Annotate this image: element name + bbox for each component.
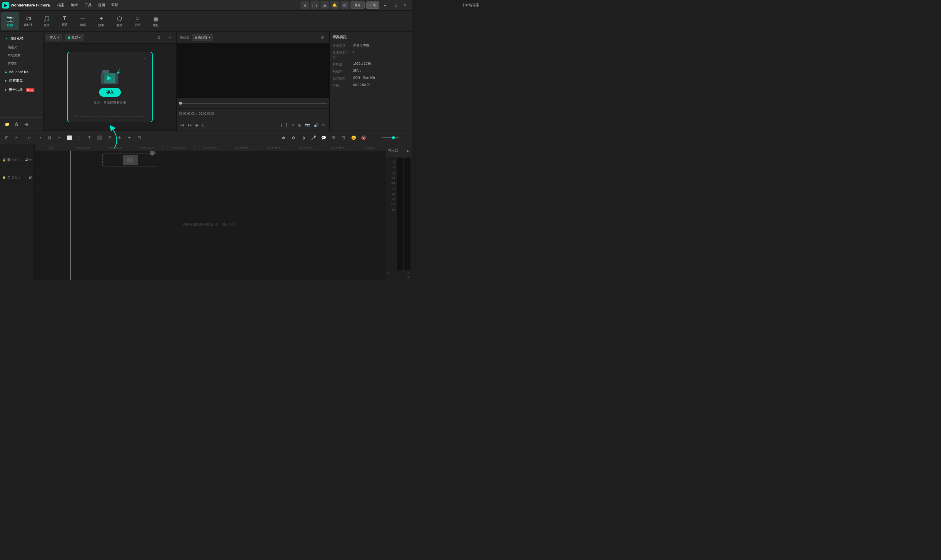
toolbar-title[interactable]: T 標題 <box>56 12 74 30</box>
video-visibility-button[interactable]: 👁 <box>29 158 32 162</box>
record-button[interactable]: 錄製 ▾ <box>65 34 84 41</box>
frame-back-button[interactable]: ⏭ <box>187 122 192 128</box>
separator-2 <box>146 134 146 141</box>
sidebar-project-materials[interactable]: ▼ 項目素材 <box>2 34 42 43</box>
toolbar-effect[interactable]: ✦ 效果 <box>92 12 110 30</box>
import-button[interactable]: 導入 ▾ <box>46 34 62 41</box>
clip-color-button[interactable]: ⬛ <box>95 133 104 142</box>
toolbar-audio[interactable]: 🎵 音頻 <box>38 12 55 30</box>
cloud-icon[interactable]: ☁ <box>321 1 329 9</box>
beauty-button[interactable]: ✿ <box>289 133 298 142</box>
track-label-video: 🔒 🎬 影片 1 🔊 👁 <box>0 151 34 169</box>
collapse-button[interactable]: ◀ <box>22 120 30 128</box>
thumbnail-placeholder <box>127 158 133 162</box>
transform-button[interactable]: ⬚ <box>75 133 84 142</box>
undo-button[interactable]: ↩ <box>25 133 34 142</box>
sticker-button-tl[interactable]: 😊 <box>349 133 358 142</box>
quality-label: 最高品質 <box>194 35 207 40</box>
play-button[interactable]: ▶ <box>195 122 199 128</box>
lower-area: ⊞ ✂ ↩ ↪ 🗑 ✂ ⬜ ⬚ T ⬛ ⏱ ❄ ✦ ⊟ ⏺ ✿ ◑ 🎤 <box>0 131 412 280</box>
menu-edit[interactable]: 編輯 <box>68 2 81 9</box>
video-mute-button[interactable]: 🔊 <box>25 158 29 162</box>
folder-add-button[interactable]: 📁 <box>3 120 11 128</box>
preview-area <box>177 43 329 98</box>
sidebar-bottom: 📁 🗑 ◀ <box>0 117 43 131</box>
close-button[interactable]: × <box>401 1 409 9</box>
folder-remove-button[interactable]: 🗑 <box>12 120 21 128</box>
prop-value-fps: 25fps <box>353 69 409 72</box>
toolbar-filter[interactable]: ⬡ 濾鏡 <box>111 12 128 30</box>
menu-file[interactable]: 檔案 <box>54 2 67 9</box>
in-point-button[interactable]: { <box>281 122 283 128</box>
quality-select[interactable]: 最高品質 ▾ <box>192 34 213 41</box>
playback-progress-bar[interactable] <box>179 103 327 104</box>
indicator-collapse-button[interactable]: ▲ <box>406 149 409 152</box>
mosaic-button[interactable]: ⊞ <box>329 133 338 142</box>
add-clip-button[interactable]: + <box>150 151 155 155</box>
import-green-button[interactable]: 導入 <box>99 88 121 97</box>
player-label: 播放器 <box>180 35 189 40</box>
menu-help[interactable]: 幫助 <box>109 2 121 9</box>
ai-effect-button[interactable]: ✦ <box>125 133 134 142</box>
zoom-in-button[interactable]: + <box>401 133 409 142</box>
db-30: -30 <box>387 186 395 191</box>
filter-button[interactable]: ⚙ <box>155 34 163 42</box>
settings-button[interactable]: ⚙ <box>321 122 326 128</box>
zoom-slider[interactable] <box>382 137 399 138</box>
redo-button[interactable]: ↪ <box>35 133 44 142</box>
sidebar-influence-kit[interactable]: ▶ Influence Kit <box>2 68 42 76</box>
mask-button[interactable]: ◑ <box>299 133 308 142</box>
toolbar-sticker[interactable]: ☺ 貼紙 <box>129 12 146 30</box>
playback-thumb[interactable] <box>179 102 182 105</box>
subtitle-button[interactable]: 💬 <box>319 133 328 142</box>
crop-button[interactable]: ⬜ <box>65 133 74 142</box>
sidebar-adjust-frames[interactable]: ▶ 調整畫篇 <box>2 77 42 85</box>
db-42: -42 <box>387 197 395 202</box>
export-clip-button[interactable]: ↗ <box>290 122 295 128</box>
volume-button[interactable]: 🔊 <box>313 122 319 128</box>
screenshot-button[interactable]: □ <box>202 122 205 128</box>
track-labels: 🔒 🎬 影片 1 🔊 👁 🔒 🎵 音頻 1 🔊 <box>0 144 35 280</box>
step-back-button[interactable]: ⏮ <box>180 122 185 128</box>
mute-button[interactable]: 🔇 <box>359 133 368 142</box>
pip-button-tl[interactable]: ⊡ <box>339 133 348 142</box>
delete-button[interactable]: 🗑 <box>45 133 54 142</box>
sidebar-item-cloud[interactable]: 雲空間 <box>2 60 42 68</box>
more-button[interactable]: ⋯ <box>165 34 174 42</box>
maximize-button[interactable]: □ <box>391 1 399 9</box>
preview-settings-icon[interactable]: ⚙ <box>318 34 326 42</box>
audio-mute-button[interactable]: 🔊 <box>29 176 32 179</box>
monitor-icon[interactable]: 🖥 <box>301 1 309 9</box>
lock-icon[interactable]: 🔒 <box>2 158 6 162</box>
grid-icon[interactable]: ⋮⋮ <box>311 1 319 9</box>
minimize-button[interactable]: − <box>381 1 389 9</box>
select-tool-button[interactable]: ⊞ <box>2 133 11 142</box>
upgrade-button[interactable]: 升級 <box>366 2 379 9</box>
sidebar-item-local[interactable]: 本地素材 <box>2 51 42 59</box>
menu-tools[interactable]: 工具 <box>81 2 94 9</box>
toolbar-media[interactable]: 📷 媒體 <box>1 12 19 30</box>
toolbar-template[interactable]: ▦ 模板 <box>147 12 165 30</box>
cut-button[interactable]: ✂ <box>55 133 64 142</box>
zoom-out-button[interactable]: − <box>372 133 381 142</box>
text-button[interactable]: T <box>85 133 94 142</box>
folder-body: ▶ <box>101 73 118 85</box>
audio-lock-icon[interactable]: 🔒 <box>2 176 6 179</box>
toolbar-transition[interactable]: ↔ 轉場 <box>74 12 92 30</box>
sidebar-item-folder[interactable]: 檔案夾 <box>2 43 42 51</box>
sidebar-composite-clips[interactable]: ▶ 復合片段 NEW <box>2 86 42 94</box>
login-button[interactable]: 登錄 <box>351 2 364 9</box>
record-button-tl[interactable]: ⏺ <box>279 133 288 142</box>
toolbar-library[interactable]: 🗂 素材庫 <box>19 12 37 30</box>
out-point-button[interactable]: } <box>285 122 288 128</box>
cart-icon[interactable]: 🛒 <box>341 1 349 9</box>
bell-icon[interactable]: 🔔 <box>331 1 339 9</box>
db-36: -36 <box>387 191 395 197</box>
expand-button[interactable]: ⊟ <box>135 133 144 142</box>
snapshot-button[interactable]: 📷 <box>304 122 311 128</box>
razor-tool-button[interactable]: ✂ <box>12 133 21 142</box>
track-label-audio: 🔒 🎵 音頻 1 🔊 <box>0 169 34 186</box>
menu-view[interactable]: 視圖 <box>95 2 108 9</box>
pip-button[interactable]: ⊞ <box>297 122 302 128</box>
audio-record-button[interactable]: 🎤 <box>309 133 318 142</box>
